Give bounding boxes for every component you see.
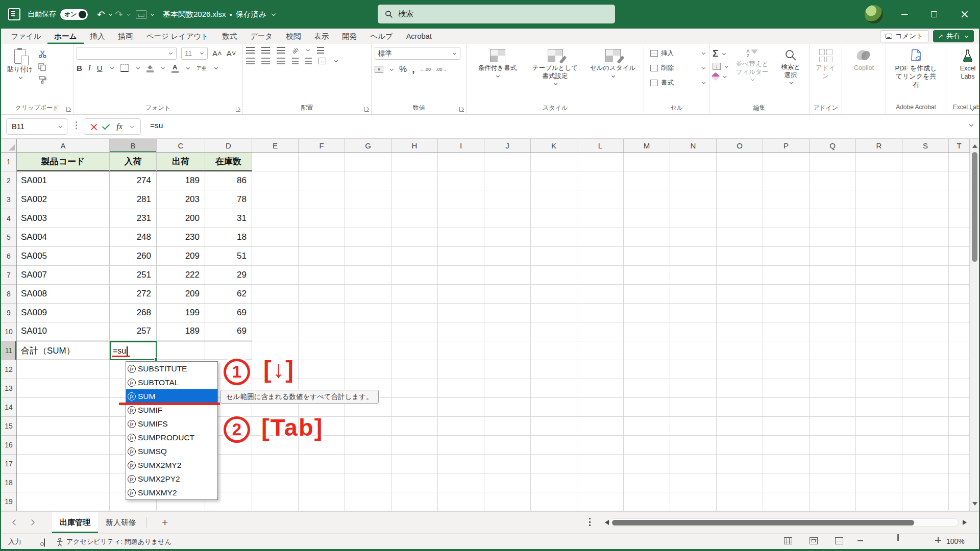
format-cells-button[interactable]: 書式 <box>650 77 706 89</box>
number-format-select[interactable]: 標準 <box>375 47 460 60</box>
column-header-M[interactable]: M <box>624 139 670 153</box>
fill-chevron-icon[interactable] <box>725 64 728 67</box>
ribbon-tab[interactable]: 挿入 <box>84 29 112 44</box>
clear-eraser-icon[interactable] <box>712 72 720 81</box>
autosave-toggle[interactable]: 自動保存 オン <box>28 9 88 20</box>
cell[interactable]: SA005 <box>17 247 110 266</box>
format-as-table-button[interactable]: テーブルとして書式設定 <box>527 47 583 104</box>
normal-view-icon[interactable] <box>784 537 792 544</box>
undo-icon[interactable]: ↶ <box>97 10 105 19</box>
cell[interactable]: 222 <box>157 266 205 285</box>
find-select-button[interactable]: 検索と選択 <box>775 47 806 104</box>
row-header-12[interactable]: 12 <box>1 360 16 379</box>
cell[interactable]: 62 <box>205 285 252 304</box>
title-chevron-icon[interactable] <box>272 12 276 16</box>
cell[interactable]: SA001 <box>17 171 110 190</box>
cell-styles-button[interactable]: セルのスタイル <box>585 47 641 104</box>
column-header-K[interactable]: K <box>531 139 577 153</box>
insert-function-icon[interactable]: fx <box>116 122 122 131</box>
align-bottom-icon[interactable] <box>277 47 285 54</box>
touch-mode-chevron-icon[interactable] <box>151 12 154 15</box>
cell[interactable]: 199 <box>157 304 205 322</box>
merge-chevron-icon[interactable] <box>334 59 338 62</box>
column-header-H[interactable]: H <box>391 139 438 153</box>
autocomplete-item-SUBTOTAL[interactable]: fxSUBTOTAL <box>126 375 217 389</box>
column-header-T[interactable]: T <box>949 139 970 153</box>
clipboard-dialog-launcher-icon[interactable] <box>66 107 71 112</box>
align-middle-icon[interactable] <box>261 47 270 54</box>
number-dialog-launcher-icon[interactable] <box>459 107 464 112</box>
macro-record-icon[interactable] <box>44 538 45 547</box>
copy-icon[interactable] <box>38 63 46 71</box>
cell-A11[interactable]: 合計（SUM） <box>17 341 110 360</box>
touch-mode-icon[interactable]: ▭ <box>136 10 147 19</box>
borders-chevron-icon[interactable] <box>136 66 140 69</box>
clear-chevron-icon[interactable] <box>723 74 726 78</box>
column-header-D[interactable]: D <box>205 139 252 153</box>
cell-C11[interactable] <box>157 341 205 360</box>
autosave-switch[interactable]: オン <box>60 9 88 20</box>
cell[interactable]: 209 <box>157 247 205 266</box>
row-header-16[interactable]: 16 <box>1 436 16 455</box>
zoom-level[interactable]: 100% <box>946 537 965 545</box>
cell[interactable]: SA010 <box>17 322 110 341</box>
column-header-A[interactable]: A <box>17 139 110 153</box>
cell[interactable]: SA008 <box>17 285 110 304</box>
fill-color-button[interactable] <box>146 64 154 72</box>
cell[interactable]: 257 <box>110 322 157 341</box>
cell[interactable]: 78 <box>205 190 252 209</box>
font-family-select[interactable] <box>77 47 177 60</box>
insert-cells-button[interactable]: 挿入 <box>650 47 706 59</box>
column-header-C[interactable]: C <box>157 139 205 153</box>
orientation-chevron-icon[interactable] <box>306 48 310 52</box>
page-break-view-icon[interactable] <box>835 537 843 544</box>
cell-D11[interactable] <box>205 341 252 360</box>
orientation-button[interactable]: ab <box>291 46 300 55</box>
autocomplete-item-SUMIF[interactable]: fxSUMIF <box>126 403 217 417</box>
cell[interactable]: SA003 <box>17 209 110 228</box>
row-header-4[interactable]: 4 <box>1 209 16 228</box>
row-header-14[interactable]: 14 <box>1 398 16 417</box>
cell-D1[interactable]: 在庫数 <box>205 153 252 171</box>
align-left-icon[interactable] <box>246 58 255 64</box>
ribbon-tab[interactable]: 表示 <box>307 29 335 44</box>
active-cell-B11[interactable]: =su <box>110 341 157 360</box>
font-size-select[interactable]: 11 <box>181 47 208 60</box>
ribbon-tab[interactable]: ヘルプ <box>363 29 400 44</box>
column-header-N[interactable]: N <box>670 139 717 153</box>
name-box-splitter-icon[interactable] <box>76 121 77 129</box>
sheet-tab-inactive[interactable]: 新人研修 <box>98 512 144 533</box>
format-painter-icon[interactable] <box>38 76 46 84</box>
autocomplete-item-SUMPRODUCT[interactable]: fxSUMPRODUCT <box>126 431 217 444</box>
row-header-13[interactable]: 13 <box>1 379 16 398</box>
autocomplete-item-SUMXMY2[interactable]: fxSUMXMY2 <box>126 486 217 499</box>
vertical-scrollbar[interactable] <box>970 139 979 511</box>
fill-down-icon[interactable]: ↓ <box>713 63 721 70</box>
zoom-out-icon[interactable] <box>857 540 863 541</box>
maximize-button[interactable] <box>920 0 948 29</box>
undo-chevron-icon[interactable] <box>109 12 112 15</box>
sheet-nav-right-icon[interactable] <box>29 519 34 525</box>
ribbon-tab[interactable]: 開発 <box>335 29 363 44</box>
row-header-8[interactable]: 8 <box>1 285 16 304</box>
ribbon-tab[interactable]: ページ レイアウト <box>140 29 215 44</box>
cell[interactable]: 69 <box>205 322 252 341</box>
increase-decimal-button[interactable]: ←.00 <box>420 67 431 72</box>
cell[interactable]: 51 <box>205 247 252 266</box>
autocomplete-item-SUMX2PY2[interactable]: fxSUMX2PY2 <box>126 472 217 486</box>
cell-A1[interactable]: 製品コード <box>17 153 110 171</box>
column-header-P[interactable]: P <box>763 139 810 153</box>
font-color-chevron-icon[interactable] <box>186 66 190 69</box>
cell[interactable]: SA009 <box>17 304 110 322</box>
underline-chevron-icon[interactable] <box>110 66 114 69</box>
currency-format-icon[interactable]: ¥ <box>375 66 383 73</box>
cell[interactable]: 200 <box>157 209 205 228</box>
search-input[interactable]: 検索 <box>378 5 615 23</box>
ribbon-tab[interactable]: データ <box>243 29 279 44</box>
merge-center-icon[interactable]: ↔ <box>318 58 326 64</box>
sheet-tab-active[interactable]: 出庫管理 <box>52 512 98 533</box>
column-header-R[interactable]: R <box>856 139 902 153</box>
autocomplete-item-SUMSQ[interactable]: fxSUMSQ <box>126 444 217 458</box>
page-layout-view-icon[interactable] <box>810 537 818 544</box>
font-color-button[interactable]: A <box>172 64 179 73</box>
